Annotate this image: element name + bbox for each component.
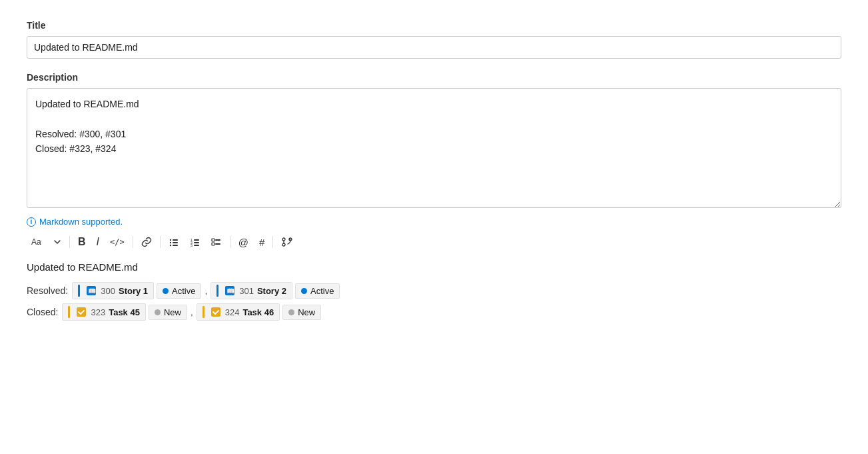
svg-rect-4 [173,242,178,243]
svg-text:📖: 📖 [226,287,235,295]
status-dot-323 [155,309,161,315]
svg-rect-16 [215,243,220,245]
markdown-note-text: Markdown supported. [39,217,123,227]
bold-button[interactable]: B [74,234,90,250]
link-button[interactable] [137,234,156,250]
description-label: Description [27,72,841,83]
status-chip-323[interactable]: New [149,305,187,320]
closed-row: Closed: 323 Task 45 New , 324 Task 46 [27,303,841,321]
svg-text:📖: 📖 [88,287,97,295]
toolbar-sep-1 [69,236,70,248]
item-id-300: 300 [101,286,115,296]
status-label-324: New [298,307,315,317]
toolbar-sep-4 [230,236,230,248]
svg-rect-8 [194,239,199,241]
ordered-list-button[interactable]: 1.2.3. [186,234,205,250]
status-chip-324[interactable]: New [282,305,321,320]
status-dot-301 [301,288,307,294]
item-name-323: Task 45 [109,307,140,317]
item-name-300: Story 1 [119,286,148,296]
item-id-301: 301 [239,286,254,296]
resolved-label: Resolved: [27,285,68,296]
task-icon-323 [75,306,87,318]
svg-rect-12 [194,245,199,246]
svg-point-17 [282,238,285,241]
work-item-chip-300[interactable]: 📖 300 Story 1 [72,282,154,299]
italic-button[interactable]: I [93,234,103,250]
formatting-toolbar: Aa B I </> 1.2.3. @ # [27,233,841,251]
item-id-323: 323 [91,307,105,317]
story-accent-301 [217,285,218,297]
story-icon-300: 📖 [85,285,97,297]
description-section: Description Updated to README.md Resolve… [27,72,841,210]
format-text-button[interactable]: Aa [27,233,47,251]
svg-rect-15 [212,243,215,245]
info-icon: i [27,217,36,227]
status-chip-301[interactable]: Active [295,283,340,299]
description-textarea[interactable]: Updated to README.md Resolved: #300, #30… [27,88,841,208]
mention-button[interactable]: @ [234,235,252,250]
markdown-note[interactable]: i Markdown supported. [27,217,841,227]
unordered-list-button[interactable] [165,234,183,250]
svg-rect-13 [212,239,215,241]
svg-rect-24 [77,307,86,317]
status-dot-324 [288,309,294,315]
format-dropdown-button[interactable] [49,235,65,249]
story-accent-300 [78,285,80,297]
svg-point-5 [170,245,171,246]
code-button[interactable]: </> [106,235,129,249]
item-id-324: 324 [225,307,240,317]
svg-point-1 [170,239,171,241]
svg-point-3 [170,242,171,243]
svg-text:3.: 3. [191,243,193,247]
title-input[interactable] [27,36,841,59]
item-name-324: Task 46 [242,307,274,317]
hashtag-button[interactable]: # [255,235,268,250]
item-name-301: Story 2 [257,286,286,296]
resolved-row: Resolved: 📖 300 Story 1 Active , 📖 301 S… [27,282,841,299]
toolbar-sep-3 [160,236,161,248]
status-label-323: New [164,307,181,317]
task-icon-324 [210,306,222,318]
pullrequest-button[interactable] [277,233,297,251]
main-container: Title Description Updated to README.md R… [0,0,868,454]
task-list-button[interactable] [207,234,226,250]
title-label: Title [27,20,841,31]
separator-2: , [191,307,193,317]
svg-rect-6 [173,245,178,246]
closed-label: Closed: [27,307,58,317]
work-item-chip-301[interactable]: 📖 301 Story 2 [211,282,292,299]
status-chip-300[interactable]: Active [157,283,201,299]
task-accent-324 [203,306,205,318]
separator-1: , [205,286,207,296]
svg-point-18 [282,243,285,246]
preview-text: Updated to README.md [27,261,841,273]
svg-rect-14 [215,239,220,241]
status-label-301: Active [310,286,334,296]
work-item-chip-323[interactable]: 323 Task 45 [62,303,145,321]
svg-rect-10 [194,242,199,243]
task-accent-323 [68,306,70,318]
svg-text:Aa: Aa [31,237,41,247]
status-label-300: Active [172,286,195,296]
toolbar-sep-2 [133,236,133,248]
toolbar-sep-5 [272,236,273,248]
story-icon-301: 📖 [224,285,236,297]
status-dot-300 [163,288,169,294]
svg-rect-2 [173,239,178,241]
work-item-chip-324[interactable]: 324 Task 46 [197,303,280,321]
